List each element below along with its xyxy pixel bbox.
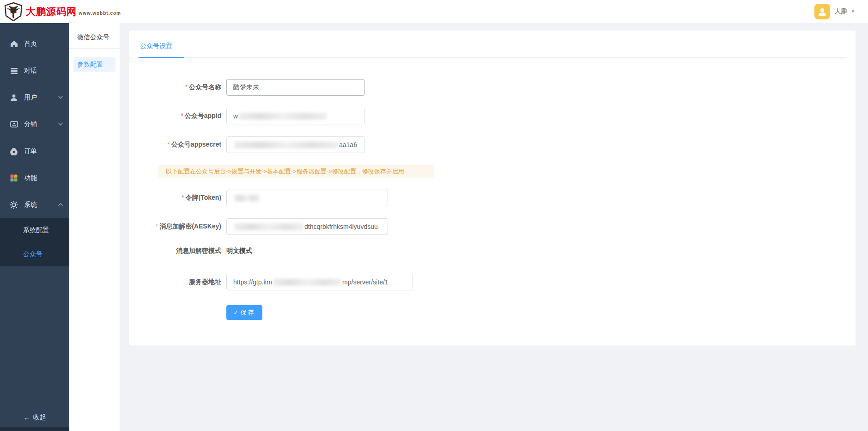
redacted-value xyxy=(239,113,327,120)
sidebar-item-features[interactable]: 功能 xyxy=(0,165,69,191)
sidebar-item-chat[interactable]: 对话 xyxy=(0,57,69,84)
input-value: aa1a6 xyxy=(339,141,357,148)
chevron-down-icon xyxy=(58,96,63,99)
field-label: *公众号appsecret xyxy=(138,141,226,149)
save-button[interactable]: ✓ 保存 xyxy=(226,305,262,320)
logo-subtitle: www.wobbt.com xyxy=(79,11,121,16)
input-value: mp/server/site/1 xyxy=(342,278,388,286)
subsidebar-item-param-config[interactable]: 参数配置 xyxy=(73,57,115,72)
required-marker: * xyxy=(185,83,188,91)
aeskey-input[interactable]: dthcqrbkfrhksm4lyuvdsuu xyxy=(226,218,388,235)
appsecret-input[interactable]: aa1a6 xyxy=(226,136,365,153)
required-marker: * xyxy=(167,141,170,148)
secondary-sidebar-title: 微信公众号 xyxy=(69,23,120,48)
required-marker: * xyxy=(156,222,158,230)
collapse-label: 收起 xyxy=(33,413,46,422)
form-row: *公众号appsecret aa1a6 xyxy=(138,136,846,153)
input-value: https://gtp.km xyxy=(233,278,272,286)
system-submenu: 系统配置 公众号 xyxy=(0,218,69,266)
chevron-up-icon xyxy=(58,203,63,207)
form-row: *令牌(Token) xyxy=(138,190,846,206)
feature-grid-icon xyxy=(10,174,18,182)
redacted-value xyxy=(234,195,260,202)
config-notice-banner: 以下配置在公众号后台->设置与开发->基本配置->服务器配置->修改配置，修改保… xyxy=(158,165,434,178)
main-content: 公众号设置 *公众号名称 酷梦未来 *公众号appid w xyxy=(120,23,868,431)
encrypt-mode-value: 明文模式 xyxy=(226,247,252,255)
gear-icon xyxy=(10,201,18,209)
redacted-value xyxy=(234,142,338,148)
account-name-input[interactable]: 酷梦未来 xyxy=(226,79,365,96)
token-input[interactable] xyxy=(226,190,388,206)
check-icon: ✓ xyxy=(233,309,238,316)
sidebar-item-label: 分销 xyxy=(24,120,58,129)
app-header: 大鹏源码网 www.wobbt.com 大鹏 ▾ xyxy=(0,0,868,23)
chevron-down-icon xyxy=(58,123,63,126)
settings-form: *公众号名称 酷梦未来 *公众号appid w xyxy=(138,58,846,320)
sidebar-item-official-account[interactable]: 公众号 xyxy=(0,242,69,266)
sidebar-item-label: 用户 xyxy=(24,93,58,102)
tab-bar: 公众号设置 xyxy=(138,42,846,58)
money-bag-icon xyxy=(10,147,18,155)
save-button-label: 保存 xyxy=(241,308,255,317)
sidebar-item-label: 订单 xyxy=(24,147,63,155)
secondary-sidebar: 微信公众号 参数配置 xyxy=(69,23,120,431)
input-value: w xyxy=(233,112,238,120)
sidebar-item-home[interactable]: 首页 xyxy=(0,31,69,57)
form-row: *消息加解密(AESKey) dthcqrbkfrhksm4lyuvdsuu xyxy=(138,218,846,235)
field-label: 服务器地址 xyxy=(138,278,226,286)
sidebar-item-distribution[interactable]: 分销 xyxy=(0,111,69,138)
user-name: 大鹏 xyxy=(834,7,847,16)
sidebar-collapse-button[interactable]: ← 收起 xyxy=(0,408,69,427)
sidebar-item-label: 功能 xyxy=(24,174,63,182)
chevron-down-icon: ▾ xyxy=(851,8,854,14)
field-label: 消息加解密模式 xyxy=(138,247,226,255)
input-value: dthcqrbkfrhksm4lyuvdsuu xyxy=(304,223,378,230)
form-row: 消息加解密模式 明文模式 xyxy=(138,247,846,255)
chat-lines-icon xyxy=(10,67,18,75)
sidebar-spacer xyxy=(0,266,69,408)
redacted-value xyxy=(234,223,303,230)
distribution-badge-icon xyxy=(10,120,18,129)
settings-card: 公众号设置 *公众号名称 酷梦未来 *公众号appid w xyxy=(129,31,856,345)
logo-title: 大鹏源码网 xyxy=(26,6,77,17)
field-label: *令牌(Token) xyxy=(138,194,226,202)
field-label: *公众号名称 xyxy=(138,83,226,92)
form-row: *公众号appid w xyxy=(138,108,846,124)
field-label: *公众号appid xyxy=(138,112,226,120)
sidebar-item-system[interactable]: 系统 xyxy=(0,191,69,218)
sidebar-item-label: 对话 xyxy=(24,67,63,75)
form-row: *公众号名称 酷梦未来 xyxy=(138,79,846,96)
redacted-value xyxy=(273,279,341,286)
sidebar-item-label: 首页 xyxy=(24,40,63,48)
home-icon xyxy=(10,40,18,48)
field-label: *消息加解密(AESKey) xyxy=(138,222,226,231)
form-row: 服务器地址 https://gtp.km mp/server/site/1 xyxy=(138,274,846,290)
sidebar-menu: 首页 对话 用户 xyxy=(0,23,69,218)
divider xyxy=(69,48,120,49)
required-marker: * xyxy=(181,112,183,119)
sidebar-item-system-config[interactable]: 系统配置 xyxy=(0,218,69,242)
server-url-input[interactable]: https://gtp.km mp/server/site/1 xyxy=(226,274,413,290)
sidebar-item-users[interactable]: 用户 xyxy=(0,84,69,111)
form-actions: ✓ 保存 xyxy=(226,302,846,320)
eagle-shield-logo-icon xyxy=(4,2,23,21)
user-menu[interactable]: 大鹏 ▾ xyxy=(814,4,854,19)
user-icon xyxy=(10,93,18,102)
required-marker: * xyxy=(182,194,184,201)
appid-input[interactable]: w xyxy=(226,108,365,124)
sidebar-item-label: 系统 xyxy=(24,201,58,209)
tab-official-account-settings[interactable]: 公众号设置 xyxy=(139,42,184,58)
sidebar-bottom-strip xyxy=(0,427,69,431)
primary-sidebar: 首页 对话 用户 xyxy=(0,23,69,431)
logo[interactable]: 大鹏源码网 www.wobbt.com xyxy=(4,2,121,21)
avatar xyxy=(814,4,830,19)
arrow-left-icon: ← xyxy=(24,414,30,421)
sidebar-item-orders[interactable]: 订单 xyxy=(0,138,69,165)
input-value: 酷梦未来 xyxy=(233,83,259,92)
